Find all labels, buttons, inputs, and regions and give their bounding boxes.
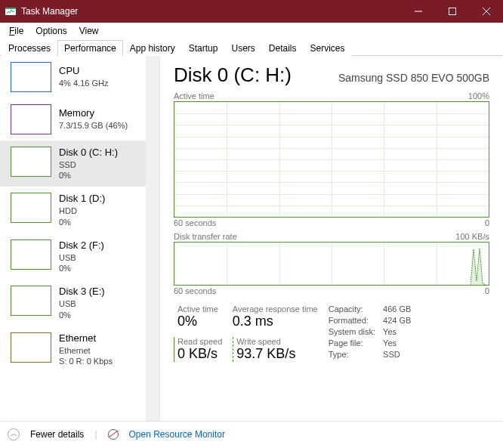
chart2-right-axis: 0	[485, 286, 489, 295]
chart1-label: Active time	[174, 91, 214, 100]
disk-thumbnail-chart	[11, 193, 51, 223]
sidebar-item-ethernet[interactable]: EthernetEthernetS: 0 R: 0 Kbps	[0, 326, 146, 372]
sidebar-item-label: Disk 2 (F:)	[59, 239, 104, 252]
memory-thumbnail-chart	[11, 104, 51, 134]
chart2-left-axis: 60 seconds	[174, 286, 216, 295]
menu-view[interactable]: View	[73, 24, 105, 38]
sidebar-scrollbar[interactable]	[146, 56, 159, 421]
stat-value: 0%	[177, 314, 218, 329]
stat-label: Active time	[177, 304, 218, 314]
fewer-details-link[interactable]: Fewer details	[30, 429, 84, 440]
resource-monitor-icon	[108, 429, 119, 440]
chart1-right-axis: 0	[485, 218, 489, 227]
menu-file[interactable]: File	[3, 24, 29, 38]
info-capacity: 466 GB	[383, 304, 411, 314]
sidebar-item-label: Memory	[59, 107, 128, 120]
sidebar: CPU4% 4.16 GHz Memory7.3/15.9 GB (46%) D…	[0, 56, 160, 421]
tab-users[interactable]: Users	[224, 40, 261, 56]
maximize-button[interactable]	[435, 0, 469, 23]
tab-services[interactable]: Services	[304, 40, 352, 56]
tab-processes[interactable]: Processes	[2, 40, 57, 56]
tab-details[interactable]: Details	[262, 40, 304, 56]
info-formatted: 424 GB	[383, 316, 411, 325]
ethernet-thumbnail-chart	[11, 332, 51, 363]
tab-startup[interactable]: Startup	[182, 40, 225, 56]
sidebar-item-memory[interactable]: Memory7.3/15.9 GB (46%)	[0, 98, 146, 141]
sidebar-item-label: Disk 1 (D:)	[59, 193, 105, 205]
svg-rect-1	[5, 8, 16, 9]
sidebar-item-label: Ethernet	[59, 332, 113, 345]
sidebar-item-disk3[interactable]: Disk 3 (E:)USB0%	[0, 280, 146, 326]
chart1-max: 100%	[468, 91, 489, 100]
tab-performance[interactable]: Performance	[57, 40, 123, 56]
info-system-disk: Yes	[383, 327, 411, 336]
cpu-thumbnail-chart	[11, 62, 51, 92]
info-grid: Capacity:466 GB Formatted:424 GB System …	[329, 304, 412, 362]
detail-title: Disk 0 (C: H:)	[174, 63, 292, 87]
minimize-button[interactable]	[401, 0, 435, 23]
sidebar-item-disk0[interactable]: Disk 0 (C: H:)SSD0%	[0, 141, 146, 187]
tab-bar: Processes Performance App history Startu…	[0, 39, 503, 56]
disk-thumbnail-chart	[11, 239, 51, 270]
sidebar-item-label: CPU	[59, 65, 108, 78]
menu-options[interactable]: Options	[29, 24, 73, 38]
stat-label: Average response time	[233, 304, 318, 314]
menubar: File Options View	[0, 23, 503, 39]
chart2-label: Disk transfer rate	[174, 232, 237, 241]
titlebar[interactable]: Task Manager	[0, 0, 503, 23]
window-title: Task Manager	[21, 6, 401, 17]
sidebar-item-disk2[interactable]: Disk 2 (F:)USB0%	[0, 233, 146, 280]
svg-rect-3	[449, 8, 455, 15]
sidebar-item-disk1[interactable]: Disk 1 (D:)HDD0%	[0, 187, 146, 233]
chart2-max: 100 KB/s	[455, 232, 489, 241]
detail-subtitle: Samsung SSD 850 EVO 500GB	[338, 72, 489, 84]
transfer-rate-chart	[174, 242, 489, 286]
info-page-file: Yes	[383, 338, 411, 348]
sidebar-item-label: Disk 0 (C: H:)	[59, 147, 118, 159]
stat-label: Write speed	[236, 337, 295, 346]
sidebar-item-label: Disk 3 (E:)	[59, 286, 105, 298]
app-icon	[5, 5, 17, 17]
stat-label: Read speed	[177, 337, 222, 346]
close-button[interactable]	[469, 0, 503, 23]
chart1-left-axis: 60 seconds	[174, 218, 216, 227]
active-time-chart	[174, 101, 489, 218]
info-type: SSD	[383, 350, 411, 359]
tab-app-history[interactable]: App history	[123, 40, 182, 56]
open-resource-monitor-link[interactable]: Open Resource Monitor	[129, 429, 225, 440]
sidebar-item-cpu[interactable]: CPU4% 4.16 GHz	[0, 56, 146, 98]
stat-value: 93.7 KB/s	[236, 346, 295, 362]
stat-value: 0.3 ms	[233, 314, 318, 329]
stat-value: 0 KB/s	[177, 346, 222, 362]
detail-pane: Disk 0 (C: H:) Samsung SSD 850 EVO 500GB…	[160, 56, 503, 421]
disk-thumbnail-chart	[11, 147, 51, 177]
chevron-up-icon[interactable]: ︿	[8, 428, 20, 440]
footer: ︿ Fewer details | Open Resource Monitor	[0, 421, 503, 446]
disk-thumbnail-chart	[11, 286, 51, 316]
